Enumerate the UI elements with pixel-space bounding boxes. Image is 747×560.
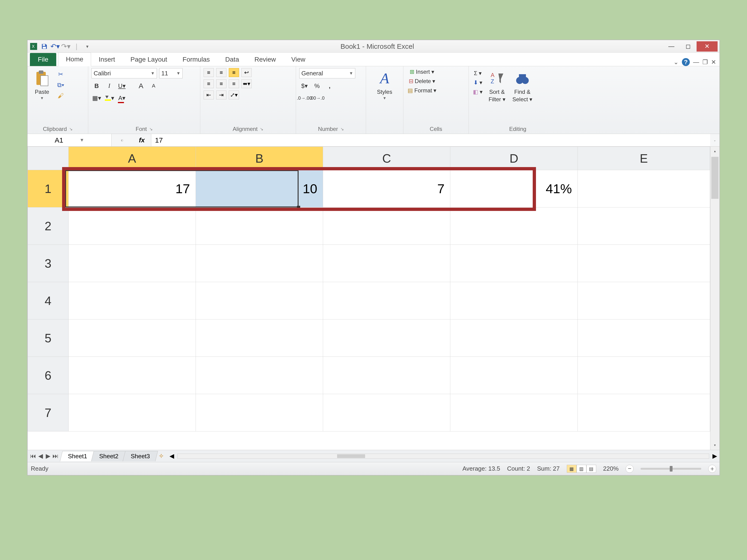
col-header-a[interactable]: A <box>69 147 196 170</box>
zoom-out-button[interactable]: − <box>626 465 634 473</box>
select-all-corner[interactable] <box>28 147 69 170</box>
styles-button[interactable]: A Styles ▼ <box>374 68 396 101</box>
cell-c1[interactable]: 7 <box>323 170 450 208</box>
view-page-layout-button[interactable]: ▥ <box>576 465 586 473</box>
file-tab[interactable]: File <box>30 53 56 66</box>
cell-b7[interactable] <box>196 394 323 431</box>
tab-home[interactable]: Home <box>58 53 91 66</box>
cell-b4[interactable] <box>196 282 323 319</box>
cell-b2[interactable] <box>196 208 323 245</box>
zoom-percent[interactable]: 220% <box>603 465 619 472</box>
name-box-dropdown-icon[interactable]: ▼ <box>80 137 84 143</box>
cell-a4[interactable] <box>69 282 196 319</box>
cell-c7[interactable] <box>323 394 450 431</box>
bold-button[interactable]: B <box>92 81 102 90</box>
row-header-6[interactable]: 6 <box>28 357 69 394</box>
format-cells-button[interactable]: ▤Format ▾ <box>407 87 437 94</box>
cell-a3[interactable] <box>69 245 196 282</box>
row-header-1[interactable]: 1 <box>28 170 69 208</box>
comma-button[interactable]: , <box>325 81 335 90</box>
col-header-e[interactable]: E <box>577 147 710 170</box>
row-header-5[interactable]: 5 <box>28 319 69 357</box>
cell-b6[interactable] <box>196 357 323 394</box>
cell-d1[interactable]: 41% <box>450 170 577 208</box>
col-header-c[interactable]: C <box>323 147 450 170</box>
sheet-nav-last-icon[interactable]: ⏭ <box>52 452 59 460</box>
font-name-combo[interactable]: Calibri▼ <box>92 68 157 78</box>
cell-e5[interactable] <box>577 319 710 357</box>
tab-formulas[interactable]: Formulas <box>175 53 217 66</box>
zoom-in-button[interactable]: ＋ <box>708 465 716 473</box>
tab-review[interactable]: Review <box>247 53 284 66</box>
zoom-slider[interactable] <box>641 468 701 470</box>
tab-view[interactable]: View <box>284 53 313 66</box>
cell-c4[interactable] <box>323 282 450 319</box>
alignment-launcher-icon[interactable]: ↘ <box>260 127 263 132</box>
cell-d3[interactable] <box>450 245 577 282</box>
number-launcher-icon[interactable]: ↘ <box>340 127 344 132</box>
col-header-b[interactable]: B <box>196 147 323 170</box>
cell-c2[interactable] <box>323 208 450 245</box>
cell-e2[interactable] <box>577 208 710 245</box>
italic-button[interactable]: I <box>104 81 114 90</box>
find-select-button[interactable]: Find & Select ▾ <box>511 68 534 104</box>
fill-color-button[interactable]: ▾ <box>104 93 114 103</box>
row-header-4[interactable]: 4 <box>28 282 69 319</box>
align-top-button[interactable]: ≡ <box>204 68 214 77</box>
shrink-font-button[interactable]: A <box>149 81 159 90</box>
minimize-button[interactable]: — <box>663 41 680 52</box>
cell-a1[interactable]: 17 <box>69 170 196 208</box>
sheet-nav-next-icon[interactable]: ▶ <box>45 452 51 460</box>
tab-page-layout[interactable]: Page Layout <box>123 53 175 66</box>
autosum-button[interactable]: Σ▾ <box>472 70 484 77</box>
close-button[interactable]: ✕ <box>697 41 718 52</box>
paste-button[interactable]: Paste ▼ <box>31 68 53 101</box>
cell-b1[interactable]: 10 <box>196 170 323 208</box>
save-icon[interactable] <box>40 42 49 51</box>
cell-c3[interactable] <box>323 245 450 282</box>
fill-button[interactable]: ⬇▾ <box>472 79 484 86</box>
sheet-nav-prev-icon[interactable]: ◀ <box>37 452 44 460</box>
redo-icon[interactable]: ↷▾ <box>61 42 70 51</box>
align-bottom-button[interactable]: ≡ <box>229 68 239 77</box>
col-header-d[interactable]: D <box>450 147 577 170</box>
format-painter-icon[interactable]: 🖌 <box>56 91 66 100</box>
undo-icon[interactable]: ↶▾ <box>51 42 59 51</box>
ribbon-minimize-icon[interactable]: ⌄ <box>673 59 678 66</box>
tab-insert[interactable]: Insert <box>91 53 123 66</box>
row-header-7[interactable]: 7 <box>28 394 69 431</box>
cell-c5[interactable] <box>323 319 450 357</box>
align-right-button[interactable]: ≡ <box>229 79 239 88</box>
cell-a2[interactable] <box>69 208 196 245</box>
grow-font-button[interactable]: A <box>136 81 146 90</box>
view-normal-button[interactable]: ▦ <box>567 465 576 473</box>
name-box[interactable]: A1 ▼ <box>28 134 111 146</box>
underline-button[interactable]: U▾ <box>117 81 127 90</box>
grid[interactable]: A B C D E 1 17 10 7 41% 2 3 4 5 <box>28 146 710 450</box>
merge-center-button[interactable]: ⬌▾ <box>241 79 252 88</box>
cell-b5[interactable] <box>196 319 323 357</box>
orientation-button[interactable]: ⤢▾ <box>229 90 239 99</box>
cell-b3[interactable] <box>196 245 323 282</box>
sheet-tab-2[interactable]: Sheet2 <box>91 451 127 461</box>
formula-bar-expand-icon[interactable]: ⌄ <box>710 139 719 142</box>
scroll-up-icon[interactable]: ▲ <box>710 146 719 156</box>
insert-cells-button[interactable]: ⊞Insert ▾ <box>407 68 437 76</box>
view-page-break-button[interactable]: ▤ <box>586 465 596 473</box>
borders-button[interactable]: ▦▾ <box>92 93 102 103</box>
cell-d2[interactable] <box>450 208 577 245</box>
wrap-text-button[interactable]: ↩ <box>241 68 252 77</box>
cell-e7[interactable] <box>577 394 710 431</box>
hscroll-left-icon[interactable]: ◀ <box>170 452 174 460</box>
maximize-button[interactable]: ◻ <box>680 41 697 52</box>
scroll-down-icon[interactable]: ▼ <box>710 441 719 450</box>
increase-decimal-button[interactable]: .0→.00 <box>299 93 310 103</box>
window-restore-icon[interactable]: ❐ <box>702 59 708 66</box>
cell-d4[interactable] <box>450 282 577 319</box>
increase-indent-button[interactable]: ⇥ <box>216 90 227 99</box>
vertical-scrollbar[interactable]: ▲ ▼ <box>710 146 719 450</box>
sheet-tab-3[interactable]: Sheet3 <box>123 451 158 461</box>
zoom-slider-knob[interactable] <box>670 466 672 472</box>
sort-filter-button[interactable]: AZ Sort & Filter ▾ <box>486 68 508 104</box>
cell-e1[interactable] <box>577 170 710 208</box>
